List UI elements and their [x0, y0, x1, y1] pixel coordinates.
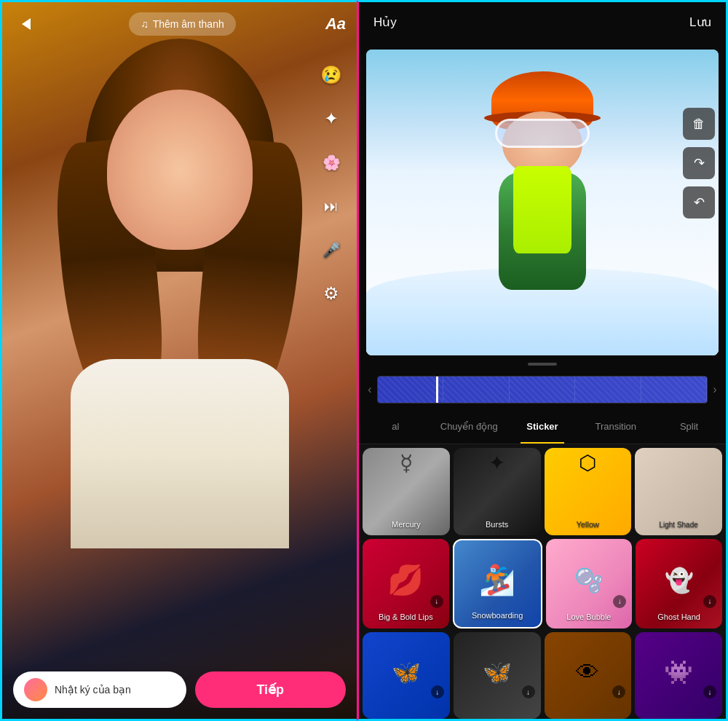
timeline-seg-4 — [575, 377, 641, 403]
next-button[interactable]: Tiếp — [195, 671, 347, 708]
undo-button[interactable]: ↶ — [683, 186, 715, 218]
undo-icon: ↶ — [694, 194, 705, 210]
cancel-button[interactable]: Hủy — [373, 15, 397, 30]
sticker-icon4-icon: 👾 — [664, 659, 693, 687]
body-sweater — [71, 359, 289, 548]
delete-icon: 🗑 — [692, 117, 705, 132]
timeline-seg-2 — [443, 377, 509, 403]
download-badge-3: ↓ — [612, 685, 625, 698]
sparkle-button[interactable]: ✦ — [317, 104, 346, 133]
download-badge-love: ↓ — [613, 595, 626, 608]
timeline-segments — [378, 377, 707, 403]
sticker-icon1-icon: 🦋 — [392, 659, 421, 687]
tab-sticker-label: Sticker — [526, 421, 558, 432]
sticker-big-bold-lips[interactable]: 💋 ↓ Big & Bold Lips — [363, 539, 449, 629]
sticker-mercury-label: Mercury — [392, 520, 421, 529]
settings-icon: ⚙ — [323, 283, 339, 304]
sticker-icon3[interactable]: 👁 ↓ — [545, 632, 632, 720]
left-top-bar: ♫ Thêm âm thanh Aa — [2, 2, 357, 46]
color-button[interactable]: 🌸 — [317, 148, 346, 177]
tab-transition-label: Transition — [595, 421, 636, 432]
left-bottom-bar: Nhật ký của bạn Tiếp — [2, 661, 357, 719]
diary-button[interactable]: Nhật ký của bạn — [13, 671, 186, 708]
sticker-lovebubble-label: Love Bubble — [566, 612, 611, 622]
save-button[interactable]: Lưu — [689, 15, 711, 30]
sticker-ghosthand-icon: 👻 — [665, 567, 694, 594]
sticker-icon4[interactable]: 👾 ↓ — [635, 632, 722, 720]
person-silhouette — [56, 39, 304, 548]
media-icon: ⏭ — [324, 198, 339, 215]
download-badge-2: ↓ — [522, 685, 535, 698]
timeline-track[interactable] — [377, 376, 708, 403]
sticker-mercury[interactable]: ☿ Mercury — [363, 448, 450, 535]
sticker-row-2: 💋 ↓ Big & Bold Lips 🏂 Snowboarding 🫧 ↓ L… — [363, 539, 722, 629]
sticker-icon2[interactable]: 🦋 ↓ — [454, 632, 541, 720]
video-preview: 🗑 ↷ ↶ — [366, 50, 719, 355]
sticker-ghosthand-label: Ghost Hand — [657, 612, 700, 622]
sticker-icon1[interactable]: 🦋 ↓ — [363, 632, 450, 720]
sticker-yellow-label: Yellow — [577, 520, 599, 529]
delete-button[interactable]: 🗑 — [683, 108, 715, 140]
redo-button[interactable]: ↷ — [683, 147, 715, 179]
tab-al-label: al — [392, 421, 399, 432]
timeline-seg-5 — [641, 377, 707, 403]
char-suit-yellow — [513, 166, 571, 253]
sticker-mercury-icon: ☿ — [400, 450, 413, 476]
diary-label: Nhật ký của bạn — [55, 684, 131, 696]
sticker-snowboarding-icon: 🏂 — [479, 563, 515, 597]
sticker-bursts[interactable]: ✦ Bursts — [454, 448, 541, 535]
left-panel: ♫ Thêm âm thanh Aa 😢 ✦ 🌸 ⏭ 🎤 ⚙ Nhật ký c… — [0, 0, 357, 721]
sticker-yellow[interactable]: ⬡ Yellow — [545, 448, 632, 535]
diary-avatar — [24, 678, 47, 701]
timeline-arrow-left[interactable]: ‹ — [363, 376, 377, 403]
sticker-bursts-icon: ✦ — [488, 451, 505, 475]
sticker-biglips-icon: 💋 — [387, 563, 424, 597]
mic-button[interactable]: 🎤 — [317, 235, 346, 264]
sticker-row-3: 🦋 ↓ 🦋 ↓ 👁 ↓ 👾 ↓ — [363, 632, 722, 720]
scroll-indicator — [528, 363, 557, 366]
timeline-playhead — [436, 377, 438, 403]
sticker-light-shade[interactable]: Light Shade — [635, 448, 722, 535]
sticker-biglips-label: Big & Bold Lips — [379, 612, 433, 622]
timeline-arrow-right[interactable]: › — [708, 376, 722, 403]
color-icon: 🌸 — [323, 154, 341, 171]
right-icon-bar: 😢 ✦ 🌸 ⏭ 🎤 ⚙ — [317, 60, 346, 308]
sticker-yellow-icon: ⬡ — [579, 451, 596, 475]
download-badge-lips: ↓ — [430, 595, 443, 608]
avatar-character — [470, 71, 615, 319]
photo-background — [2, 2, 357, 719]
tab-transition[interactable]: Transition — [579, 409, 652, 444]
sticker-ghost-hand[interactable]: 👻 ↓ Ghost Hand — [636, 539, 722, 629]
download-badge-4: ↓ — [703, 685, 716, 698]
tab-split[interactable]: Split — [652, 409, 726, 444]
timeline-seg-3 — [510, 377, 575, 403]
download-badge-1: ↓ — [431, 685, 444, 698]
add-music-button[interactable]: ♫ Thêm âm thanh — [129, 12, 236, 36]
mic-icon: 🎤 — [323, 241, 341, 259]
sticker-icon2-icon: 🦋 — [483, 659, 512, 687]
timeline-seg-1 — [378, 377, 443, 403]
face-effects-button[interactable]: 😢 — [317, 60, 346, 90]
right-top-bar: Hủy Lưu — [359, 2, 726, 42]
preview-area: 🗑 ↷ ↶ — [359, 42, 726, 359]
tab-chuyen-dong-label: Chuyển động — [440, 421, 498, 432]
sticker-light-shade-label: Light Shade — [659, 521, 697, 529]
sparkle-icon: ✦ — [324, 109, 339, 129]
back-chevron-icon — [22, 18, 31, 30]
timeline-area: ‹ › — [359, 369, 726, 409]
sticker-snowboarding[interactable]: 🏂 Snowboarding — [453, 539, 542, 629]
tab-sticker[interactable]: Sticker — [506, 409, 579, 444]
sticker-love-bubble[interactable]: 🫧 ↓ Love Bubble — [546, 539, 633, 629]
music-note-icon: ♫ — [141, 18, 149, 30]
music-label: Thêm âm thanh — [153, 18, 224, 30]
sticker-grid: ☿ Mercury ✦ Bursts ⬡ Yellow Light Shade … — [359, 444, 726, 719]
face — [107, 90, 253, 250]
tab-al[interactable]: al — [359, 409, 432, 444]
download-badge-ghost: ↓ — [703, 595, 716, 608]
media-button[interactable]: ⏭ — [317, 192, 346, 221]
tab-chuyen-dong[interactable]: Chuyển động — [432, 409, 506, 444]
text-tool-button[interactable]: Aa — [325, 15, 346, 34]
sticker-snowboarding-label: Snowboarding — [472, 611, 523, 620]
back-button[interactable] — [13, 11, 39, 37]
settings-button[interactable]: ⚙ — [317, 279, 346, 308]
